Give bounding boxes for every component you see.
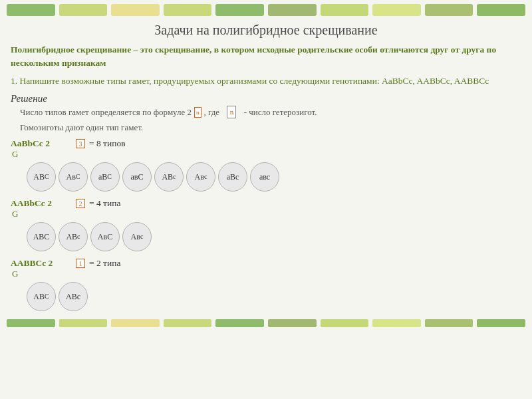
genotype-block-1: AABbCc 22= 4 типаGABCABсАвСАвс: [0, 197, 532, 255]
bottom-bar-item-2: [111, 319, 160, 327]
top-bar-item-0: [7, 4, 55, 16]
bottom-bar-item-0: [7, 319, 55, 327]
genotype-row-0: AaBbCc 23= 8 типов: [0, 137, 532, 149]
top-bar-item-8: [425, 4, 473, 16]
top-bar-item-4: [215, 4, 264, 16]
gamete-cell-0-2: аBС: [90, 162, 120, 192]
solution-body: Число типов гамет определяется по формул…: [0, 106, 532, 138]
power-box-1: 2: [76, 199, 85, 208]
top-bar-item-6: [321, 4, 369, 16]
formula-sup: n: [194, 107, 201, 118]
top-bar-item-3: [164, 4, 212, 16]
gamete-cell-0-3: авС: [122, 162, 152, 192]
gamete-cell-0-4: ABс: [154, 162, 184, 192]
top-decorative-bar: [0, 0, 532, 19]
gamete-cell-1-0: ABC: [27, 222, 56, 251]
gamete-cell-1-1: ABс: [59, 222, 88, 251]
formula-rest: - число гетерозигот.: [244, 106, 317, 120]
formula-where: , где: [204, 106, 220, 120]
gamete-cell-0-0: ABC: [27, 162, 56, 192]
page-title: Задачи на полигибридное скрещивание: [0, 19, 532, 43]
solution-label: Решение: [0, 90, 532, 106]
gamete-cell-1-2: АвС: [90, 222, 120, 251]
power-box-2: 1: [76, 259, 85, 268]
genotype-label-2: AABBCc 2: [11, 258, 70, 269]
bottom-decorative-bar: [0, 317, 532, 330]
genotype-blocks: AaBbCc 23= 8 типовGABCАвСаBСавСABсАвсaBс…: [0, 137, 532, 315]
gamete-cell-1-3: Авс: [122, 222, 152, 251]
gamete-cell-0-7: авс: [250, 162, 279, 192]
top-bar-item-2: [111, 4, 160, 16]
top-bar-item-1: [59, 4, 108, 16]
formula-line-1: Число типов гамет определяется по формул…: [20, 106, 519, 120]
genotype-block-2: AABBCc 21= 2 типаGABСАВс: [0, 257, 532, 315]
equals-text-0: = 8 типов: [89, 138, 126, 149]
formula-text: Число типов гамет определяется по формул…: [20, 106, 192, 120]
genotype-label-0: AaBbCc 2: [11, 138, 70, 149]
bottom-bar-item-6: [321, 319, 369, 327]
intro-text: Полигибридное скрещивание – это скрещива…: [0, 43, 532, 74]
formula-n-box: n: [227, 106, 236, 119]
genotype-block-0: AaBbCc 23= 8 типовGABCАвСаBСавСABсАвсaBс…: [0, 137, 532, 196]
formula-line-2: Гомозиготы дают один тип гамет.: [20, 121, 519, 135]
genotype-label-1: AABbCc 2: [11, 198, 70, 209]
top-bar-item-5: [268, 4, 317, 16]
top-bar-item-7: [372, 4, 421, 16]
bottom-bar-item-7: [372, 319, 421, 327]
gamete-cell-2-0: ABС: [27, 282, 56, 311]
task-text: Напишите возможные типы гамет, продуциру…: [20, 76, 489, 86]
bottom-bar-item-1: [59, 319, 108, 327]
genotype-row-2: AABBCc 21= 2 типа: [0, 257, 532, 269]
gamete-cell-0-1: АвС: [59, 162, 88, 192]
bottom-bar-item-3: [164, 319, 212, 327]
g-label-0: G: [0, 149, 532, 160]
bottom-bar-item-8: [425, 319, 473, 327]
power-box-0: 3: [76, 139, 85, 148]
task-section: 1. Напишите возможные типы гамет, продуц…: [0, 74, 532, 90]
task-number: 1.: [11, 76, 17, 86]
genotype-row-1: AABbCc 22= 4 типа: [0, 197, 532, 209]
top-bar-item-9: [477, 4, 525, 16]
gamete-cell-2-1: АВс: [59, 282, 88, 311]
gamete-cell-0-6: aBс: [218, 162, 247, 192]
gamete-cell-0-5: Авс: [186, 162, 215, 192]
g-label-2: G: [0, 269, 532, 279]
equals-text-1: = 4 типа: [89, 198, 120, 209]
bottom-bar-item-9: [477, 319, 525, 327]
g-label-1: G: [0, 209, 532, 219]
bottom-bar-item-4: [215, 319, 264, 327]
gametes-row-1: ABCABсАвСАвс: [0, 221, 532, 255]
bottom-bar-item-5: [268, 319, 317, 327]
equals-text-2: = 2 типа: [89, 258, 120, 269]
gametes-row-0: ABCАвСаBСавСABсАвсaBсавс: [0, 161, 532, 196]
gametes-row-2: ABСАВс: [0, 281, 532, 315]
